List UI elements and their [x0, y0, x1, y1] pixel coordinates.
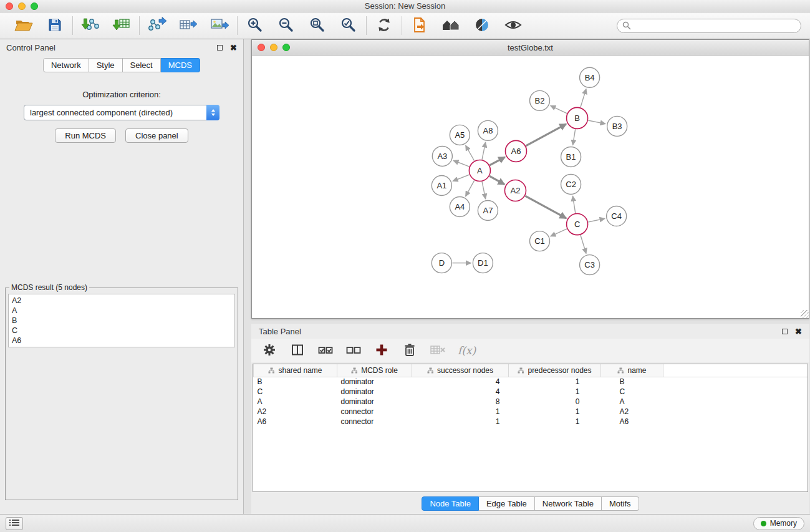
column-header-predecessor-nodes[interactable]: predecessor nodes — [509, 364, 601, 377]
select-all-button[interactable] — [317, 342, 334, 359]
mcds-result-item[interactable]: A — [12, 306, 231, 316]
export-image-button[interactable] — [208, 15, 231, 36]
graph-edge-C-C2[interactable] — [572, 196, 575, 213]
delete-column-button[interactable] — [402, 342, 418, 359]
graph-node-B3[interactable]: B3 — [607, 116, 627, 136]
column-header-mcds-role[interactable]: MCDS role — [337, 364, 412, 377]
graph-edge-C-C4[interactable] — [588, 218, 605, 222]
graph-edge-A-A6[interactable] — [489, 157, 505, 165]
graph-edge-B-B4[interactable] — [581, 89, 586, 108]
graph-node-C4[interactable]: C4 — [607, 206, 627, 226]
graph-node-A3[interactable]: A3 — [432, 146, 452, 166]
maximize-network-button[interactable] — [282, 44, 290, 51]
zoom-in-button[interactable] — [244, 15, 266, 36]
delete-table-button[interactable] — [430, 342, 446, 359]
graph-node-C1[interactable]: C1 — [529, 231, 549, 251]
refresh-button[interactable] — [373, 15, 395, 36]
run-mcds-button[interactable]: Run MCDS — [55, 128, 116, 143]
table-row[interactable]: A2connector11A2 — [254, 407, 808, 417]
column-header-name[interactable]: name — [601, 364, 663, 377]
tab-node-table[interactable]: Node Table — [422, 496, 479, 511]
paste-document-button[interactable] — [408, 15, 431, 36]
tab-edge-table[interactable]: Edge Table — [479, 496, 535, 511]
close-control-panel-button[interactable]: ✖ — [230, 44, 237, 52]
export-network-button[interactable] — [146, 15, 168, 36]
show-details-button[interactable] — [502, 15, 524, 36]
task-history-button[interactable] — [6, 517, 23, 530]
table-row[interactable]: Adominator80A — [254, 397, 808, 407]
graph-edge-A-A1[interactable] — [453, 175, 470, 181]
search-input[interactable] — [617, 19, 801, 33]
mcds-result-item[interactable]: C — [12, 326, 231, 336]
graph-edge-A6-B[interactable] — [526, 124, 566, 146]
graph-edge-A-A7[interactable] — [482, 181, 486, 199]
graph-node-A2[interactable]: A2 — [504, 180, 526, 201]
tab-style[interactable]: Style — [89, 58, 123, 72]
column-header-shared-name[interactable]: shared name — [254, 364, 337, 377]
graph-node-A5[interactable]: A5 — [450, 125, 470, 145]
graph-edge-A-A2[interactable] — [489, 176, 504, 184]
function-builder-button[interactable]: f(x) — [458, 342, 476, 359]
tab-mcds[interactable]: MCDS — [161, 58, 200, 72]
maximize-window-button[interactable] — [31, 2, 38, 10]
mcds-result-item[interactable]: A2 — [12, 296, 231, 306]
zoom-selected-button[interactable] — [337, 15, 360, 36]
import-table-button[interactable] — [110, 15, 133, 36]
graph-node-B2[interactable]: B2 — [529, 90, 549, 110]
float-control-panel-button[interactable] — [217, 45, 223, 51]
close-window-button[interactable] — [6, 2, 13, 10]
minimize-window-button[interactable] — [18, 2, 26, 10]
graph-node-B4[interactable]: B4 — [580, 67, 600, 87]
mcds-result-list[interactable]: A2ABCA6 — [8, 294, 235, 347]
graph-edge-A-A4[interactable] — [466, 180, 475, 196]
graph-node-D1[interactable]: D1 — [473, 253, 493, 273]
graph-node-C3[interactable]: C3 — [580, 255, 600, 275]
import-network-button[interactable] — [79, 15, 102, 36]
graph-node-C2[interactable]: C2 — [561, 174, 581, 194]
home-button[interactable] — [440, 15, 462, 36]
graph-node-C[interactable]: C — [567, 214, 588, 235]
close-panel-button[interactable]: Close panel — [125, 128, 188, 143]
mcds-result-item[interactable]: A6 — [12, 336, 231, 346]
graph-node-A4[interactable]: A4 — [450, 197, 470, 217]
graph-edge-A2-C[interactable] — [525, 196, 566, 218]
graph-edge-C-C1[interactable] — [551, 229, 567, 236]
graph-node-A[interactable]: A — [469, 160, 490, 181]
toggle-details-button[interactable] — [471, 15, 493, 36]
float-table-panel-button[interactable] — [782, 329, 788, 334]
graph-node-B[interactable]: B — [567, 107, 588, 128]
add-column-button[interactable] — [374, 342, 390, 359]
memory-button[interactable]: Memory — [753, 517, 804, 530]
table-settings-button[interactable] — [261, 342, 277, 359]
deselect-all-button[interactable] — [345, 342, 362, 359]
network-canvas[interactable]: B4B2BB3A5A8A6B1A3AC2A1A2A4A7CC4C1C3DD1 — [252, 56, 809, 318]
close-network-button[interactable] — [258, 44, 265, 51]
column-visibility-button[interactable] — [289, 342, 306, 359]
graph-edge-A-A3[interactable] — [453, 160, 470, 167]
graph-node-A8[interactable]: A8 — [478, 120, 498, 140]
zoom-fit-button[interactable] — [306, 15, 329, 36]
export-table-button[interactable] — [177, 15, 200, 36]
panel-splitter[interactable] — [244, 39, 251, 514]
graph-edge-B-B2[interactable] — [551, 105, 567, 113]
network-window-titlebar[interactable]: testGlobe.txt — [252, 40, 809, 56]
close-table-panel-button[interactable]: ✖ — [795, 327, 802, 336]
table-row[interactable]: Cdominator41C — [254, 387, 808, 397]
resize-grip[interactable] — [801, 310, 809, 318]
save-session-button[interactable] — [44, 15, 66, 36]
column-header-successor-nodes[interactable]: successor nodes — [412, 364, 509, 377]
graph-node-A6[interactable]: A6 — [505, 140, 526, 162]
mcds-result-item[interactable]: B — [12, 316, 231, 326]
open-session-button[interactable] — [12, 15, 35, 36]
tab-network[interactable]: Network — [43, 58, 89, 72]
zoom-out-button[interactable] — [275, 15, 297, 36]
tab-select[interactable]: Select — [123, 58, 161, 72]
graph-edge-A-A5[interactable] — [466, 145, 475, 161]
graph-edge-C-C3[interactable] — [581, 235, 586, 254]
criterion-select[interactable]: largest connected component (directed) — [24, 105, 219, 120]
tab-motifs[interactable]: Motifs — [602, 496, 639, 511]
table-row[interactable]: A6connector11A6 — [254, 417, 808, 427]
table-row[interactable]: Bdominator41B — [254, 377, 808, 387]
tab-network-table[interactable]: Network Table — [535, 496, 602, 511]
graph-node-B1[interactable]: B1 — [561, 147, 581, 167]
